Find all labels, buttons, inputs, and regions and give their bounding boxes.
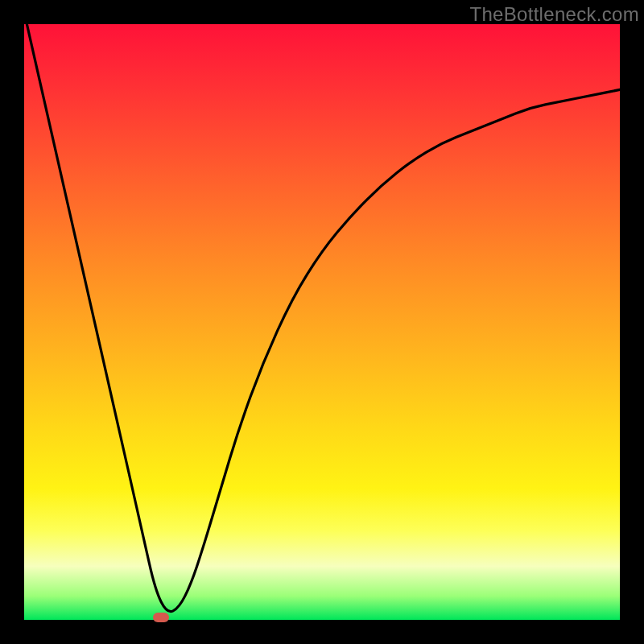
chart-frame: TheBottleneck.com (0, 0, 644, 644)
curve-layer (24, 24, 620, 620)
minimum-marker (153, 613, 169, 622)
watermark-text: TheBottleneck.com (469, 3, 639, 26)
v-curve-path (24, 12, 620, 611)
